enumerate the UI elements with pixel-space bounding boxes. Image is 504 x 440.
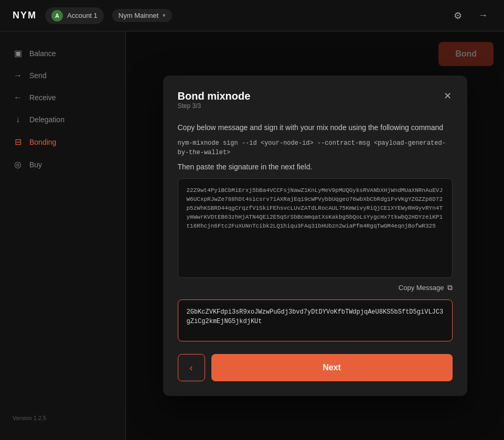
copy-icon: ⧉ — [447, 283, 453, 292]
avatar: A — [51, 10, 63, 22]
modal-overlay: Bond mixnode Step 3/3 ✕ Copy below messa… — [126, 31, 504, 440]
account-badge[interactable]: A Account 1 — [45, 7, 104, 24]
message-box: 22Z9wt4PyiBCbMiErxj5bBa4VCCFsjNawZ1KnLyM… — [178, 178, 453, 278]
modal-title: Bond mixnode — [178, 90, 251, 102]
sidebar: ▣ Balance → Send ← Receive ↓ Delegation … — [0, 31, 126, 440]
network-name: Nym Mainnet — [119, 12, 159, 19]
sidebar-item-label: Buy — [29, 160, 42, 169]
bond-mixnode-modal: Bond mixnode Step 3/3 ✕ Copy below messa… — [163, 76, 467, 396]
modal-instruction-1: Copy below message and sign it with your… — [178, 122, 453, 133]
modal-footer: ‹ Next — [178, 354, 453, 381]
message-text: 22Z9wt4PyiBCbMiErxj5bBa4VCCFsjNawZ1KnLyM… — [187, 186, 444, 231]
topbar-right: ⚙ → — [449, 7, 491, 24]
version-label: Version 1.2.5 — [0, 406, 125, 430]
network-selector[interactable]: Nym Mainnet ▾ — [112, 9, 173, 22]
send-icon: → — [13, 71, 23, 80]
close-button[interactable]: ✕ — [443, 90, 453, 102]
sidebar-item-label: Send — [29, 71, 47, 80]
next-button[interactable]: Next — [211, 354, 453, 381]
topbar: NYM A Account 1 Nym Mainnet ▾ ⚙ → — [0, 0, 504, 31]
copy-message-label: Copy Message — [399, 284, 444, 292]
gear-icon: ⚙ — [454, 10, 462, 22]
balance-icon: ▣ — [13, 48, 23, 58]
sidebar-item-delegation[interactable]: ↓ Delegation — [0, 109, 125, 131]
sidebar-item-label: Bonding — [29, 138, 56, 146]
modal-header: Bond mixnode Step 3/3 ✕ — [178, 90, 453, 119]
copy-message-row[interactable]: Copy Message ⧉ — [178, 283, 453, 292]
delegation-icon: ↓ — [13, 115, 23, 124]
content-area: Bond Bond mixnode Step 3/3 ✕ Copy below … — [126, 31, 504, 440]
modal-command: nym-mixnode sign --id <your-node-id> --c… — [178, 138, 453, 157]
back-button[interactable]: ‹ — [178, 354, 205, 381]
logout-button[interactable]: → — [475, 7, 491, 24]
logo: NYM — [13, 10, 37, 21]
account-name: Account 1 — [67, 12, 98, 19]
sidebar-item-receive[interactable]: ← Receive — [0, 87, 125, 109]
sidebar-item-balance[interactable]: ▣ Balance — [0, 42, 125, 65]
sidebar-item-label: Receive — [29, 93, 56, 102]
sidebar-item-bonding[interactable]: ⊟ Bonding — [0, 131, 125, 153]
modal-instruction-2: Then paste the signature in the next fie… — [178, 163, 453, 171]
buy-icon: ◎ — [13, 159, 23, 169]
logout-icon: → — [478, 10, 488, 21]
settings-button[interactable]: ⚙ — [449, 7, 466, 24]
sidebar-item-label: Delegation — [29, 115, 65, 124]
sidebar-item-send[interactable]: → Send — [0, 65, 125, 87]
signature-input[interactable]: 2GbKcZVKFdpi3sR9xoJWzwPuGdj3bvd7yDtDYVoK… — [178, 299, 453, 341]
modal-step: Step 3/3 — [178, 102, 251, 110]
chevron-left-icon: ‹ — [190, 362, 193, 373]
main-layout: ▣ Balance → Send ← Receive ↓ Delegation … — [0, 31, 504, 440]
sidebar-item-buy[interactable]: ◎ Buy — [0, 153, 125, 176]
receive-icon: ← — [13, 93, 23, 102]
chevron-down-icon: ▾ — [163, 12, 166, 19]
bonding-icon: ⊟ — [13, 137, 23, 147]
topbar-left: NYM A Account 1 Nym Mainnet ▾ — [13, 7, 172, 24]
sidebar-item-label: Balance — [29, 49, 56, 58]
